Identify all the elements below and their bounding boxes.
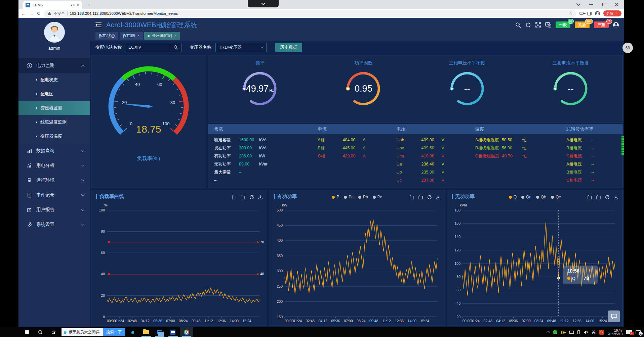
remote-desktop-icon[interactable] [153,327,166,337]
sidebar-item-配电图[interactable]: 配电图 [18,87,90,101]
page-tab-配电图[interactable]: 配电图× [120,32,143,40]
sidebar-item-配电状态[interactable]: 配电状态 [18,73,90,87]
usb-tray-icon[interactable] [577,330,580,334]
translate-icon[interactable]: A [545,22,551,28]
sidebar-group-事件记录[interactable]: 事件记录 [18,188,90,202]
tab-search-button[interactable] [572,0,585,9]
toolbox-restore-icon[interactable] [240,195,245,200]
fullscreen-icon[interactable] [535,22,541,28]
browser-tab[interactable]: EEMS ◄× × [23,1,82,9]
url-text[interactable]: 192.168.204.112:8090/3000WEBV2/Transform… [70,11,567,15]
toolbox-refresh-icon[interactable] [605,195,610,200]
chart-plot-area[interactable]: 020406080100%00:0001:2402:4804:1205:3607… [93,203,265,325]
reload-icon[interactable]: ↻ [37,11,41,16]
legend-item-Qa[interactable]: Qa [521,195,531,199]
media-controls-pill[interactable] [248,0,279,7]
bookmark-star-icon[interactable]: ☆ [569,11,572,16]
sidebar-item-变压器监测[interactable]: 变压器监测 [18,101,90,115]
swirl-app-icon[interactable]: S [47,327,61,337]
sidebar-group-用电分析[interactable]: 用电分析 [18,158,90,173]
back-icon[interactable]: ← [21,11,26,16]
sidebar-group-电力监测[interactable]: 电力监测 [18,58,90,73]
toolbox-download-icon[interactable] [613,195,618,200]
user-icon[interactable] [613,22,619,28]
alarm-badge-紧急[interactable]: 紧急99+ [575,21,590,28]
alarm-badge-一般[interactable]: 一般81 [556,21,570,28]
close-button[interactable] [610,0,623,9]
omnibox[interactable]: 不安全 192.168.204.112:8090/3000WEBV2/Trans… [44,10,576,17]
file-explorer-icon[interactable] [139,327,153,337]
input-language-indicator[interactable]: 英 [592,330,596,335]
legend-item-Pb[interactable]: Pb [358,195,368,199]
history-data-button[interactable]: 历史数据 [275,43,302,52]
sidebar-item-变压器温度[interactable]: 变压器温度 [18,129,90,143]
tab-mute-icon[interactable]: ◄× [70,3,75,7]
volume-muted-icon[interactable] [583,330,588,334]
tab-close-icon[interactable]: × [137,34,139,38]
sidebar-group-数据查询[interactable]: 数据查询 [18,143,90,158]
keys-tray-icon[interactable] [561,331,566,334]
sidebar-item-线缆温度监测[interactable]: 线缆温度监测 [18,115,90,129]
ie-taskbar-icon[interactable]: e [126,327,139,337]
sidebar-group-用户报告[interactable]: 用户报告 [18,202,90,217]
tab-close-icon[interactable]: × [77,3,79,7]
legend-item-Q[interactable]: Q [509,195,517,199]
forward-icon[interactable]: → [29,11,34,16]
chart-plot-area[interactable]: 20406080100120140160180kVar00:0001:2402:… [449,203,620,325]
sidebar-group-运行环境[interactable]: 运行环境 [18,173,90,188]
legend-item-P[interactable]: P [332,195,339,199]
start-button[interactable] [20,327,34,337]
alarm-badge-严重[interactable]: 严重7 [594,21,609,28]
page-tab-变压器监测[interactable]: 变压器监测× [144,32,180,40]
transformer-select[interactable]: TR1#变压器 [215,43,267,52]
antivirus-tray-icon[interactable] [553,330,557,334]
header-search-icon[interactable] [515,22,521,28]
toolbox-download-icon[interactable] [436,195,441,200]
chart-plot-area[interactable]: 150200250300350400450500kW00:0001:2402:4… [271,203,443,325]
menu-dots-icon[interactable]: ⋮ [615,11,619,16]
user-avatar[interactable] [44,22,65,43]
video-app-icon[interactable] [166,327,180,337]
header-refresh-icon[interactable] [525,22,531,28]
floating-assist-ball[interactable]: 68 [622,43,633,53]
stock-app-tray-icon[interactable]: S [599,330,604,335]
network-tray-icon[interactable] [569,331,574,334]
taskbar-search-go-button[interactable]: 搜索一下 [103,328,125,336]
new-tab-button[interactable]: + [88,2,91,7]
legend-item-Qc[interactable]: Qc [551,195,561,199]
toolbox-datazoom-icon[interactable] [587,195,592,200]
chrome-update-button[interactable]: 更新⋮ [603,10,621,16]
toolbox-refresh-icon[interactable] [427,195,432,200]
toolbox-refresh-icon[interactable] [249,195,254,200]
taskbar-search-button[interactable] [34,327,47,337]
minimize-button[interactable] [585,0,597,9]
toolbox-datazoom-icon[interactable] [409,195,414,200]
notification-center-icon[interactable]: 2 [636,330,641,334]
toolbox-restore-icon[interactable] [418,195,423,200]
toolbox-datazoom-icon[interactable] [232,195,237,200]
taskbar-search-text[interactable]: 俄宇航员太空阅兵 [67,330,103,335]
page-tab-配电状态[interactable]: 配电状态 [95,32,118,40]
maximize-button[interactable] [597,0,610,9]
ie-search-widget[interactable]: e 俄宇航员太空阅兵 搜索一下 [62,328,125,336]
station-value[interactable]: EGXIV [125,45,170,50]
page-scrollbar[interactable] [621,136,624,155]
legend-item-Qb[interactable]: Qb [536,195,546,199]
toolbox-download-icon[interactable] [258,195,263,200]
window-preview-tray-icon[interactable]: 4 [626,330,632,334]
password-key-icon[interactable] [579,12,584,15]
sidebar-group-系统设置[interactable]: 系统设置 [18,217,90,232]
tab-close-icon[interactable]: × [174,34,176,38]
profile-avatar-icon[interactable] [595,11,600,16]
tray-expand-icon[interactable] [547,331,549,334]
hamburger-menu-icon[interactable] [95,22,102,27]
chat-fab-button[interactable] [608,310,620,322]
legend-item-Pa[interactable]: Pa [344,195,354,199]
toolbox-restore-icon[interactable] [596,195,601,200]
side-panel-icon[interactable] [587,12,592,15]
station-search-button[interactable] [170,43,181,52]
station-input[interactable]: EGXIV [125,43,182,52]
chrome-taskbar-icon[interactable] [180,327,193,337]
taskbar-clock[interactable]: 16:472022/5/10 [608,329,623,336]
legend-item-Pc[interactable]: Pc [373,195,382,199]
